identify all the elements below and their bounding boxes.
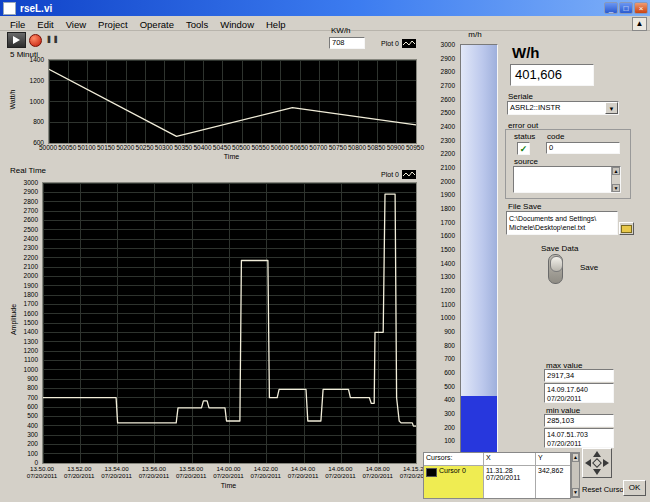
pause-button[interactable]: ❚❚ xyxy=(46,33,59,45)
tick-label: 2600 xyxy=(24,216,38,223)
tick-label: 1300 xyxy=(24,337,38,344)
kwh-label: KW/h xyxy=(331,26,351,35)
tick-label: 2500 xyxy=(24,225,38,232)
tick-label: 50050 xyxy=(58,144,76,151)
min-value-timestamp: 14.07.51.703 07/20/2011 xyxy=(544,428,614,448)
cursor-mover-icon xyxy=(584,450,610,476)
tick-label: 1800 xyxy=(441,205,455,212)
browse-button[interactable] xyxy=(619,222,634,235)
tick-label: 50950 xyxy=(406,144,424,151)
menu-items: FileEditViewProjectOperateToolsWindowHel… xyxy=(4,14,292,32)
abort-button[interactable] xyxy=(29,34,42,47)
scroll-up-icon[interactable]: ▲ xyxy=(612,167,620,175)
menu-bar: FileEditViewProjectOperateToolsWindowHel… xyxy=(0,16,650,31)
tank-indicator xyxy=(460,44,498,454)
status-label: status xyxy=(514,132,535,141)
tick-label: 2000 xyxy=(24,272,38,279)
tick-label: 800 xyxy=(33,118,44,125)
labview-front-panel: { "window": {"title": "rseL.vi", "minimi… xyxy=(0,0,650,502)
tick-label: 1200 xyxy=(24,347,38,354)
tick-label: 50350 xyxy=(174,144,192,151)
scroll-up-icon[interactable]: ▲ xyxy=(572,453,579,462)
seriale-combo[interactable]: ASRL2::INSTR ▼ xyxy=(507,101,619,115)
file-path-line2: Michele\Desktop\enel.txt xyxy=(509,223,617,232)
cursors-header: Cursors: xyxy=(424,453,484,466)
tick-label: 50000 xyxy=(39,144,57,151)
x-tick-label: 13.52.0007/20/2011 xyxy=(64,465,95,479)
wh-value: 401,606 xyxy=(510,64,594,86)
save-toggle-switch[interactable] xyxy=(548,254,563,284)
reset-cursor-label: Reset Cursor xyxy=(582,485,626,494)
menu-item-file[interactable]: File xyxy=(4,18,31,31)
real-time-y-ticks: 0100200300400500600700800900100011001200… xyxy=(16,182,40,462)
max-value-timestamp: 14.09.17.640 07/20/2011 xyxy=(544,383,614,403)
menu-item-window[interactable]: Window xyxy=(214,18,260,31)
tick-label: 2500 xyxy=(441,109,455,116)
tank-fill-level xyxy=(461,396,497,453)
file-path-field[interactable]: C:\Documents and Settings\ Michele\Deskt… xyxy=(506,211,618,235)
tank-scale: 0100200300400500600700800900100011001200… xyxy=(428,44,458,454)
tick-label: 2100 xyxy=(441,164,455,171)
tick-label: 100 xyxy=(444,437,455,444)
tick-label: 2700 xyxy=(441,82,455,89)
toggle-knob xyxy=(550,256,563,272)
scroll-down-icon[interactable]: ▼ xyxy=(612,184,620,192)
tick-label: 50150 xyxy=(97,144,115,151)
window-title: rseL.vi xyxy=(20,3,603,14)
code-label: code xyxy=(547,132,564,141)
x-tick-label: 14.04.0007/20/2011 xyxy=(288,465,319,479)
scroll-down-icon[interactable]: ▼ xyxy=(572,488,579,497)
tick-label: 600 xyxy=(444,369,455,376)
tick-label: 1100 xyxy=(24,356,38,363)
wh-label: W/h xyxy=(512,44,540,61)
plot-legend-label: Plot 0 xyxy=(381,171,399,178)
source-scrollbar[interactable]: ▲▼ xyxy=(611,167,620,192)
tick-label: 50850 xyxy=(367,144,385,151)
tick-label: 2700 xyxy=(24,207,38,214)
menu-item-view[interactable]: View xyxy=(60,18,92,31)
plot-legend-real-time[interactable]: Plot 0 xyxy=(366,168,416,180)
menu-item-operate[interactable]: Operate xyxy=(134,18,180,31)
menu-item-project[interactable]: Project xyxy=(92,18,134,31)
x-tick-label: 14.02.0007/20/2011 xyxy=(251,465,282,479)
tick-label: 1100 xyxy=(441,300,455,307)
five-minuti-x-ticks: 5000050050501005015050200502505030050350… xyxy=(48,144,415,152)
menu-item-edit[interactable]: Edit xyxy=(31,18,59,31)
cursor-mover-pad[interactable] xyxy=(582,448,612,478)
tick-label: 1200 xyxy=(441,287,455,294)
run-button[interactable] xyxy=(7,32,26,48)
tick-label: 1200 xyxy=(30,76,44,83)
maximize-button[interactable]: □ xyxy=(619,2,633,14)
real-time-plot-area[interactable] xyxy=(42,182,417,464)
chevron-down-icon[interactable]: ▼ xyxy=(605,102,618,114)
five-minuti-plot-area[interactable] xyxy=(48,59,417,144)
reset-cursor-ok-button[interactable]: OK xyxy=(623,480,646,496)
tick-label: 300 xyxy=(27,431,38,438)
menu-item-tools[interactable]: Tools xyxy=(180,18,214,31)
tick-label: 1000 xyxy=(24,365,38,372)
tick-label: 2100 xyxy=(24,263,38,270)
source-label: source xyxy=(514,157,538,166)
menu-item-help[interactable]: Help xyxy=(260,18,292,31)
five-minuti-y-axis-label: Watt/h xyxy=(9,80,16,120)
close-button[interactable]: × xyxy=(634,2,648,14)
real-time-x-axis-label: Time xyxy=(42,482,415,489)
file-path-line1: C:\Documents and Settings\ xyxy=(509,214,617,223)
tick-label: 1400 xyxy=(30,56,44,63)
five-minuti-x-axis-label: Time xyxy=(48,153,415,160)
tick-label: 50650 xyxy=(290,144,308,151)
x-tick-label: 13.50.0007/20/2011 xyxy=(27,465,58,479)
tick-label: 50200 xyxy=(116,144,134,151)
tick-label: 1500 xyxy=(24,319,38,326)
minimize-button[interactable]: _ xyxy=(604,2,618,14)
cursor-legend-scrollbar[interactable]: ▲▼ xyxy=(571,452,580,498)
tick-label: 1700 xyxy=(441,218,455,225)
real-time-title: Real Time xyxy=(10,166,46,175)
tick-label: 2300 xyxy=(24,244,38,251)
tick-label: 600 xyxy=(27,403,38,410)
plot-legend-top[interactable]: Plot 0 xyxy=(366,37,416,49)
run-arrow-icon xyxy=(13,36,20,44)
cursor-name-text: Cursor 0 xyxy=(439,467,466,474)
tick-label: 2600 xyxy=(441,95,455,102)
cursor-row-name[interactable]: Cursor 0 xyxy=(424,466,484,498)
